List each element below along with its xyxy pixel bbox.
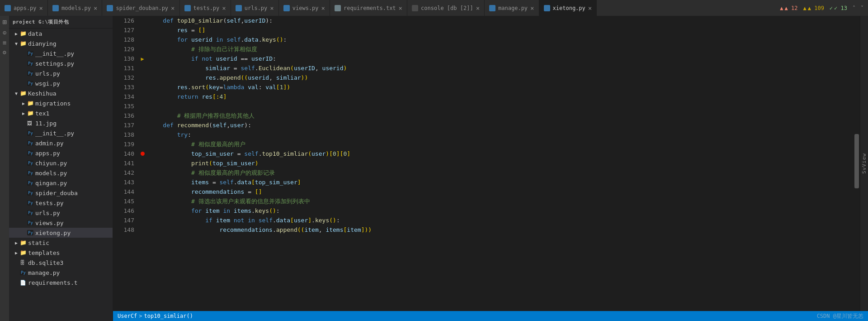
sidebar-item-static[interactable]: ▶📁static [9, 238, 113, 248]
tabs-container: apps.py×models.py×spider_douban.py×tests… [0, 0, 775, 16]
tab-close-btn[interactable]: × [321, 5, 325, 11]
warning-icon: ▲ [803, 5, 807, 11]
tab-icon-console [412, 5, 418, 11]
ok-count[interactable]: ✓ ✓ 13 [830, 5, 847, 11]
activity-icon-4[interactable]: ⚙ [3, 49, 6, 56]
tab-close-btn[interactable]: × [94, 5, 97, 11]
line-number: 135 [113, 101, 134, 111]
tab-close-btn[interactable]: × [39, 5, 43, 11]
tab-label: requirements.txt [344, 5, 396, 11]
tab-close-btn[interactable]: × [588, 5, 592, 11]
tab-models-py[interactable]: models.py× [48, 0, 102, 16]
gutter-cell [138, 101, 147, 111]
status-right: ▲ ▲ 12 ▲ ▲ 109 ✓ ✓ 13 ˄ ˅ [775, 0, 868, 16]
tab-icon-py [283, 5, 290, 11]
activity-icon-1[interactable]: ⊞ [2, 18, 7, 26]
code-line: recommendations = [] [149, 187, 854, 196]
tab-urls-py[interactable]: urls.py× [231, 0, 279, 16]
sidebar-item-spider-douba[interactable]: Pyspider_douba [9, 188, 113, 198]
sidebar-item-migrations[interactable]: ▶📁migrations [9, 98, 113, 108]
sidebar-item-tex1[interactable]: ▶📁tex1 [9, 108, 113, 118]
tab-tests-py[interactable]: tests.py× [180, 0, 231, 16]
sidebar-item-data[interactable]: ▶📁data [9, 29, 113, 38]
vertical-scrollbar[interactable] [854, 16, 860, 311]
sidebar-item-manage-py[interactable]: Pymanage.py [9, 268, 113, 278]
chevron-down-icon[interactable]: ˅ [861, 5, 863, 11]
sidebar-item-wsgi-py[interactable]: Pywsgi.py [9, 78, 113, 88]
tab-close-btn[interactable]: × [171, 5, 175, 11]
sidebar-item-label: spider_douba [35, 190, 78, 196]
indent-spacer [9, 60, 20, 67]
sidebar-item-xietong-py[interactable]: Pyxietong.py [9, 228, 113, 238]
sidebar-item-label: db.sqlite3 [28, 259, 63, 266]
scrollbar-thumb[interactable] [854, 134, 859, 188]
sidebar-item-11-jpg[interactable]: 🖼11.jpg [9, 118, 113, 128]
tab-icon-py [236, 5, 242, 11]
gutter-cell [138, 44, 147, 54]
tab-spider-douban-py[interactable]: spider_douban.py× [102, 0, 179, 16]
code-line: res.sort(key=lambda val: val[1]) [149, 82, 854, 92]
tab-console--db--2--[interactable]: console [db [2]]× [407, 0, 485, 16]
file-icon-py: Py [27, 150, 33, 156]
chevron-up-icon[interactable]: ˄ [853, 5, 855, 11]
file-icon-py: Py [27, 61, 33, 66]
indent-spacer [9, 150, 20, 157]
code-content[interactable]: def top10_simliar(self,userID): res = []… [147, 16, 854, 311]
sidebar-item---init---py[interactable]: Py__init__.py [9, 128, 113, 138]
code-line: return res[:4] [149, 92, 854, 101]
indent-spacer [9, 170, 20, 177]
sidebar-item-db-sqlite3[interactable]: 🗄db.sqlite3 [9, 258, 113, 268]
sidebar-item-apps-py[interactable]: Pyapps.py [9, 148, 113, 158]
sidebar-item-chiyun-py[interactable]: Pychiyun.py [9, 158, 113, 168]
gutter-cell [138, 82, 147, 92]
sidebar-item-templates[interactable]: ▶📁templates [9, 248, 113, 258]
tab-label: manage.py [498, 5, 528, 11]
tab-close-btn[interactable]: × [222, 5, 226, 11]
file-icon-py: Py [27, 190, 33, 196]
tab-bar: apps.py×models.py×spider_douban.py×tests… [0, 0, 868, 16]
tab-close-btn[interactable]: × [399, 5, 402, 11]
sidebar-item-settings-py[interactable]: Pysettings.py [9, 58, 113, 68]
tab-requirements-txt[interactable]: requirements.txt× [330, 0, 407, 16]
sidebar-item-label: __init__.py [35, 50, 74, 57]
sidebar-item-Keshihua[interactable]: ▼📁Keshihua [9, 88, 113, 98]
indent-spacer [9, 200, 20, 206]
tab-close-btn[interactable]: × [270, 5, 274, 11]
sidebar-item-admin-py[interactable]: Pyadmin.py [9, 138, 113, 148]
sidebar-item-qingan-py[interactable]: Pyqingan.py [9, 178, 113, 188]
gutter-cell [138, 35, 147, 44]
indent-spacer [9, 210, 20, 216]
file-icon-py: Py [27, 140, 33, 146]
code-line: items = self.data[top_sim_user] [149, 177, 854, 187]
warning-count[interactable]: ▲ ▲ 109 [803, 5, 824, 11]
tab-apps-py[interactable]: apps.py× [0, 0, 48, 16]
main-area: ⊞ ⊙ ≡ ⚙ project G:\项目外包 ▶📁data ▼📁dianyin… [0, 16, 868, 321]
sidebar-item-tests-py[interactable]: Pytests.py [9, 198, 113, 208]
error-count[interactable]: ▲ ▲ 12 [780, 5, 797, 11]
line-number: 137 [113, 120, 134, 130]
file-icon-py: Py [20, 270, 26, 275]
gutter-cell [138, 216, 147, 225]
sidebar-item-urls-py[interactable]: Pyurls.py [9, 208, 113, 218]
code-line: top_sim_user = self.top10_simliar(user)[… [149, 149, 854, 158]
sidebar-item-label: data [28, 30, 42, 37]
watermark: CSDN @星川皆无恙 [817, 312, 863, 320]
activity-icon-2[interactable]: ⊙ [3, 29, 6, 36]
sidebar-item-urls-py[interactable]: Pyurls.py [9, 68, 113, 78]
sidebar-item---init---py[interactable]: Py__init__.py [9, 48, 113, 58]
gutter-cell [138, 73, 147, 82]
tab-close-btn[interactable]: × [476, 5, 480, 11]
file-icon-folder: 📁 [27, 100, 33, 106]
tab-views-py[interactable]: views.py× [279, 0, 330, 16]
sidebar-item-views-py[interactable]: Pyviews.py [9, 218, 113, 228]
sidebar-item-requirements-t[interactable]: 📄requirements.t [9, 278, 113, 287]
tab-close-btn[interactable]: × [530, 5, 534, 11]
gutter-cell [138, 225, 147, 235]
tab-xietong-py[interactable]: xietong.py× [539, 0, 597, 16]
sidebar-item-models-py[interactable]: Pymodels.py [9, 168, 113, 178]
indent-spacer [9, 279, 13, 286]
activity-icon-3[interactable]: ≡ [3, 39, 6, 46]
sidebar-item-dianying[interactable]: ▼📁dianying [9, 38, 113, 48]
tab-manage-py[interactable]: manage.py× [485, 0, 539, 16]
indent-spacer [9, 80, 20, 87]
